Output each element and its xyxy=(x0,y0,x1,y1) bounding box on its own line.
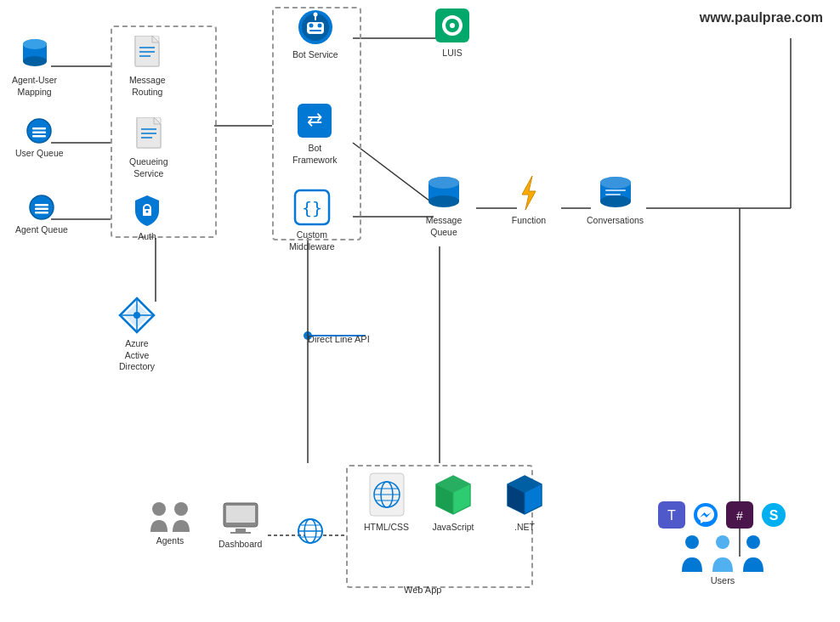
direct-line-api-area: Direct Line API xyxy=(308,330,370,345)
svg-rect-24 xyxy=(32,127,46,130)
javascript-label: JavaScript xyxy=(432,522,474,534)
svg-rect-28 xyxy=(35,204,48,206)
azure-ad-node: AzureActiveDirectory xyxy=(117,296,156,373)
agents-icon xyxy=(149,501,191,532)
dotnet-node: .NET xyxy=(503,472,546,534)
svg-rect-79 xyxy=(230,532,251,534)
auth-node: Auth xyxy=(132,194,162,243)
svg-rect-73 xyxy=(605,194,621,195)
agent-user-mapping-icon xyxy=(20,37,50,71)
svg-rect-49 xyxy=(307,22,324,34)
svg-line-6 xyxy=(353,143,434,204)
message-routing-label: MessageRouting xyxy=(129,75,166,98)
message-routing-icon xyxy=(132,36,162,71)
html-css-label: HTML/CSS xyxy=(364,522,409,534)
svg-rect-77 xyxy=(226,506,255,523)
svg-point-41 xyxy=(146,211,149,213)
agent-queue-label: Agent Queue xyxy=(15,224,68,236)
message-queue-icon xyxy=(425,174,463,212)
bot-service-node: Bot Service xyxy=(292,8,338,61)
skype-icon: S xyxy=(760,501,787,529)
svg-point-50 xyxy=(309,24,313,28)
svg-rect-52 xyxy=(309,30,321,31)
user-figure-3 xyxy=(741,534,766,572)
html-css-icon xyxy=(366,472,408,518)
direct-line-api-label: Direct Line API xyxy=(308,333,370,345)
bot-framework-label: BotFramework xyxy=(292,143,338,166)
user-queue-node: User Queue xyxy=(15,117,64,160)
conversations-node: Conversations xyxy=(587,174,644,227)
svg-point-22 xyxy=(23,39,47,49)
agent-queue-node: Agent Queue xyxy=(15,194,68,236)
user-queue-icon xyxy=(26,117,53,144)
svg-point-51 xyxy=(317,24,321,28)
agent-user-mapping-node: Agent-UserMapping xyxy=(12,37,57,98)
svg-rect-25 xyxy=(32,132,46,134)
custom-middleware-icon: {} xyxy=(293,189,331,226)
teams-icon: T xyxy=(658,501,685,529)
svg-point-71 xyxy=(600,177,631,189)
architecture-diagram: www.paulprae.com xyxy=(0,0,840,622)
globe-connector-icon xyxy=(296,517,325,546)
custom-middleware-node: {} CustomMiddleware xyxy=(289,189,335,252)
user-queue-label: User Queue xyxy=(15,148,64,160)
queueing-service-node: QueueingService xyxy=(129,117,168,179)
function-label: Function xyxy=(512,215,546,227)
watermark: www.paulprae.com xyxy=(700,10,823,25)
svg-point-74 xyxy=(152,502,166,516)
conversations-icon xyxy=(597,174,634,212)
svg-rect-78 xyxy=(236,529,246,532)
javascript-node: JavaScript xyxy=(432,472,474,534)
queueing-service-icon xyxy=(133,117,164,153)
svg-point-106 xyxy=(685,535,699,549)
svg-point-65 xyxy=(429,195,459,207)
conversations-label: Conversations xyxy=(587,215,644,227)
svg-text:⇄: ⇄ xyxy=(307,109,322,130)
message-queue-node: MessageQueue xyxy=(425,174,463,238)
azure-ad-label: AzureActiveDirectory xyxy=(119,338,155,373)
queueing-service-label: QueueingService xyxy=(129,156,168,179)
message-queue-label: MessageQueue xyxy=(426,215,463,238)
custom-middleware-label: CustomMiddleware xyxy=(289,229,335,252)
svg-text:{}: {} xyxy=(302,198,322,218)
svg-point-21 xyxy=(23,56,47,66)
dotnet-icon xyxy=(503,472,546,518)
user-figure-1 xyxy=(679,534,705,572)
message-routing-node: MessageRouting xyxy=(129,36,166,98)
dashboard-icon xyxy=(222,501,259,535)
svg-point-70 xyxy=(600,195,631,207)
auth-icon xyxy=(132,194,162,228)
html-css-node: HTML/CSS xyxy=(364,472,409,534)
luis-label: LUIS xyxy=(442,48,462,59)
svg-text:S: S xyxy=(769,508,779,523)
luis-node: LUIS xyxy=(434,7,471,59)
svg-point-54 xyxy=(313,13,317,17)
svg-text:T: T xyxy=(667,508,676,523)
users-section: T # S xyxy=(621,501,825,585)
svg-point-27 xyxy=(30,195,54,219)
bot-service-icon xyxy=(297,8,334,46)
globe-connector-node xyxy=(296,517,325,546)
svg-point-23 xyxy=(27,119,51,143)
svg-rect-72 xyxy=(605,189,626,191)
azure-ad-icon xyxy=(117,296,156,335)
svg-point-75 xyxy=(174,502,188,516)
svg-rect-26 xyxy=(32,135,46,138)
dotnet-label: .NET xyxy=(514,522,535,534)
bot-service-label: Bot Service xyxy=(292,49,338,61)
function-node: Function xyxy=(510,174,548,227)
svg-rect-29 xyxy=(35,208,48,211)
bot-framework-node: ⇄ BotFramework xyxy=(292,102,338,166)
svg-point-108 xyxy=(746,535,760,549)
agent-user-mapping-label: Agent-UserMapping xyxy=(12,75,57,98)
svg-point-62 xyxy=(450,23,455,28)
dashboard-label: Dashboard xyxy=(219,539,262,551)
webapp-label: Web App xyxy=(404,585,441,595)
agents-label: Agents xyxy=(156,535,184,547)
users-label: Users xyxy=(621,575,825,585)
svg-point-66 xyxy=(429,177,459,189)
svg-text:#: # xyxy=(736,509,743,523)
luis-icon xyxy=(434,7,471,44)
svg-marker-67 xyxy=(522,176,536,210)
function-icon xyxy=(510,174,548,212)
